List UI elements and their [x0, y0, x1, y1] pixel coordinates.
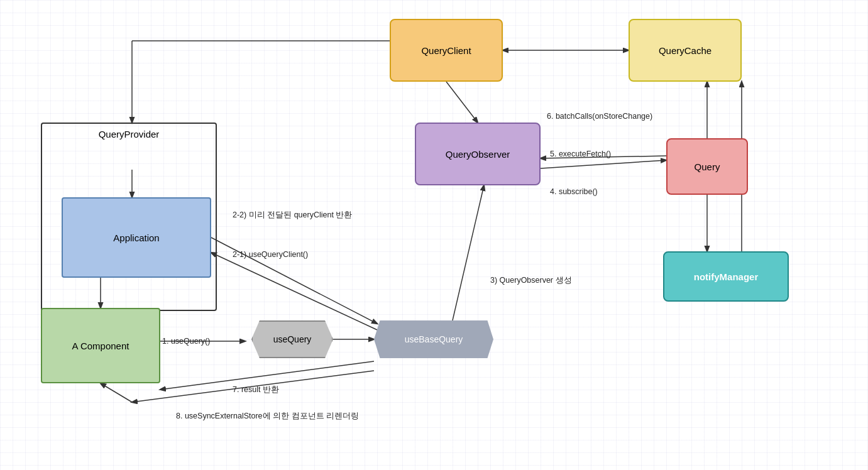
use-base-query-label: useBaseQuery	[405, 334, 463, 344]
label-query-client-return: 2-2) 미리 전달된 queryClient 반환	[233, 210, 352, 221]
use-base-query-node: useBaseQuery	[374, 320, 493, 358]
svg-line-9	[211, 253, 377, 330]
query-provider-label: QueryProvider	[99, 129, 160, 139]
label-execute-fetch: 5. executeFetch()	[550, 150, 611, 158]
notify-manager-label: notifyManager	[694, 271, 759, 282]
label-use-query-client: 2-1) useQueryClient()	[233, 250, 308, 259]
label-query-observer-create: 3) QueryObserver 생성	[490, 275, 572, 286]
svg-line-8	[453, 185, 484, 320]
query-client-node: QueryClient	[390, 19, 503, 82]
notify-manager-node: notifyManager	[663, 251, 789, 302]
query-label: Query	[695, 161, 720, 172]
use-query-label: useQuery	[273, 334, 312, 344]
query-node: Query	[666, 138, 748, 195]
application-label: Application	[113, 232, 159, 243]
application-node: Application	[62, 197, 211, 278]
query-cache-node: QueryCache	[629, 19, 742, 82]
query-client-label: QueryClient	[421, 45, 471, 56]
svg-line-1	[446, 82, 478, 123]
query-cache-label: QueryCache	[659, 45, 711, 56]
diagram-canvas: QueryClient QueryCache QueryProvider App…	[0, 0, 868, 470]
a-component-label: A Component	[72, 341, 129, 351]
label-use-sync: 8. useSyncExternalStore에 의한 컴포넌트 리렌더링	[176, 411, 359, 422]
label-batch-calls: 6. batchCalls(onStoreChange)	[547, 112, 652, 121]
query-observer-label: QueryObserver	[446, 149, 510, 160]
label-use-query: 1. useQuery()	[162, 337, 210, 346]
svg-line-11	[541, 160, 666, 168]
use-query-node: useQuery	[251, 320, 333, 358]
a-component-node: A Component	[41, 308, 160, 383]
svg-line-18	[101, 383, 132, 402]
query-observer-node: QueryObserver	[415, 123, 541, 185]
label-subscribe: 4. subscribe()	[550, 187, 598, 196]
label-result-return: 7. result 반환	[233, 385, 279, 395]
